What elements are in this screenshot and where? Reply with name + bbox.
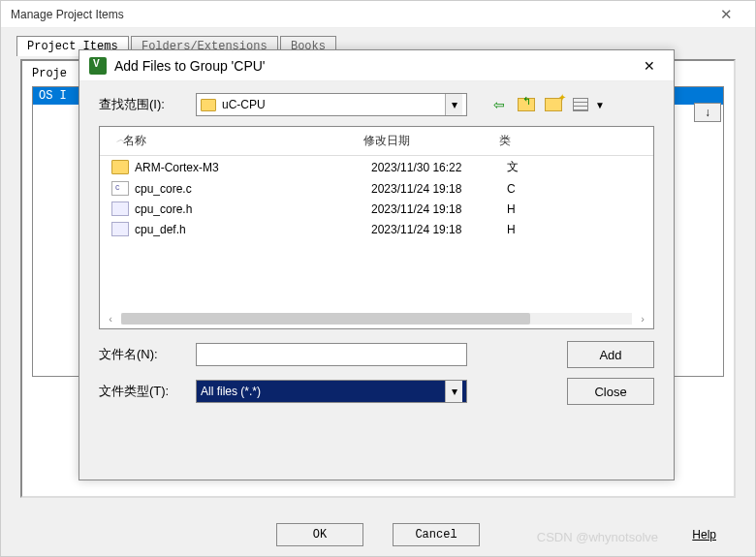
column-type[interactable]: 类 <box>499 133 642 149</box>
scroll-thumb[interactable] <box>121 313 530 325</box>
file-list-header: ︿ 名称 修改日期 类 <box>100 127 653 156</box>
outer-titlebar: Manage Project Items ✕ <box>1 1 755 28</box>
scroll-left-icon[interactable]: ‹ <box>104 313 117 325</box>
filetype-value: All files (*.*) <box>201 385 445 398</box>
filetype-combo[interactable]: All files (*.*) ▾ <box>196 380 467 403</box>
outer-title-text: Manage Project Items <box>11 8 707 21</box>
folder-icon <box>111 160 129 174</box>
help-button[interactable]: Help <box>692 528 716 542</box>
h-file-icon <box>111 201 129 216</box>
cancel-button[interactable]: Cancel <box>393 523 480 546</box>
column-date[interactable]: 修改日期 <box>363 133 499 149</box>
dialog-title-text: Add Files to Group 'CPU' <box>114 58 635 74</box>
filename-input[interactable] <box>196 343 467 366</box>
list-item[interactable]: cpu_def.h 2023/11/24 19:18 H <box>100 219 653 239</box>
folder-icon <box>201 99 216 111</box>
close-button[interactable]: Close <box>567 378 654 405</box>
back-icon[interactable]: ⇦ <box>488 95 510 114</box>
filename-label: 文件名(N): <box>99 346 186 363</box>
scroll-track[interactable] <box>121 313 632 325</box>
app-icon <box>89 57 107 75</box>
chevron-down-icon[interactable]: ▾ <box>445 94 462 115</box>
filetype-label: 文件类型(T): <box>99 383 186 400</box>
up-folder-icon[interactable] <box>516 95 537 114</box>
manage-project-window: Manage Project Items ✕ Project Items Fol… <box>0 0 756 557</box>
dialog-body: 查找范围(I): uC-CPU ▾ ⇦ ▼ ︿ 名称 <box>79 81 674 480</box>
view-menu-icon[interactable] <box>570 95 591 114</box>
look-in-value: uC-CPU <box>222 98 445 111</box>
outer-close-button[interactable]: ✕ <box>707 6 745 23</box>
list-item[interactable]: ARM-Cortex-M3 2023/11/30 16:22 文 <box>100 156 653 178</box>
new-folder-icon[interactable] <box>543 95 564 114</box>
dialog-close-button[interactable]: ✕ <box>635 58 664 74</box>
list-item[interactable]: cpu_core.c 2023/11/24 19:18 C <box>100 178 653 199</box>
scroll-right-icon[interactable]: › <box>636 313 649 325</box>
move-down-button[interactable]: ↓ <box>694 103 721 122</box>
chevron-down-icon[interactable]: ▾ <box>445 381 462 402</box>
view-menu-chevron-icon[interactable]: ▼ <box>595 100 605 110</box>
file-list[interactable]: ARM-Cortex-M3 2023/11/30 16:22 文 cpu_cor… <box>100 156 653 239</box>
file-list-area: ︿ 名称 修改日期 类 ARM-Cortex-M3 2023/11/30 16:… <box>99 126 654 329</box>
nav-icons: ⇦ ▼ <box>488 95 605 114</box>
look-in-label: 查找范围(I): <box>99 96 186 113</box>
look-in-row: 查找范围(I): uC-CPU ▾ ⇦ ▼ <box>99 93 654 116</box>
filetype-row: 文件类型(T): All files (*.*) ▾ Close <box>99 378 654 405</box>
arrow-down-icon: ↓ <box>705 106 710 119</box>
filename-row: 文件名(N): Add <box>99 341 654 368</box>
watermark: CSDN @whynotsolve <box>537 530 658 544</box>
list-item[interactable]: cpu_core.h 2023/11/24 19:18 H <box>100 199 653 219</box>
add-files-dialog: Add Files to Group 'CPU' ✕ 查找范围(I): uC-C… <box>79 49 675 480</box>
c-file-icon <box>111 181 129 196</box>
column-name[interactable]: 名称 <box>111 133 363 149</box>
horizontal-scrollbar[interactable]: ‹ › <box>104 311 649 326</box>
look-in-combo[interactable]: uC-CPU ▾ <box>196 93 467 116</box>
ok-button[interactable]: OK <box>276 523 363 546</box>
dialog-titlebar: Add Files to Group 'CPU' ✕ <box>79 50 674 81</box>
add-button[interactable]: Add <box>567 341 654 368</box>
h-file-icon <box>111 222 129 236</box>
